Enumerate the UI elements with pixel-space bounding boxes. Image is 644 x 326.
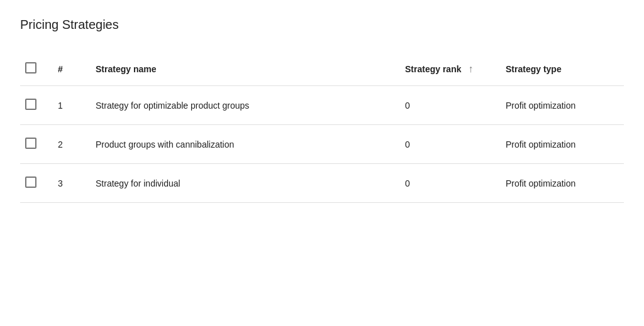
table-row: 3 Strategy for individual 0 Profit optim… (20, 164, 624, 203)
row-rank: 0 (397, 164, 498, 203)
row-checkbox-3[interactable] (25, 177, 36, 188)
row-check-cell (20, 86, 50, 125)
sort-up-icon[interactable]: ↑ (465, 63, 476, 75)
table-wrapper: # Strategy name Strategy rank ↑ Strategy… (20, 52, 624, 203)
row-strategy-type: Profit optimization (498, 86, 624, 125)
page-title: Pricing Strategies (20, 18, 624, 32)
row-rank: 0 (397, 86, 498, 125)
table-row: 2 Product groups with cannibalization 0 … (20, 125, 624, 164)
row-rank: 0 (397, 125, 498, 164)
row-checkbox-2[interactable] (25, 138, 36, 149)
row-check-cell (20, 125, 50, 164)
row-strategy-type: Profit optimization (498, 125, 624, 164)
header-number: # (50, 52, 88, 86)
strategies-table: # Strategy name Strategy rank ↑ Strategy… (20, 52, 624, 203)
row-number: 1 (50, 86, 88, 125)
row-number: 3 (50, 164, 88, 203)
header-check (20, 52, 50, 86)
header-checkbox-wrapper[interactable] (25, 62, 36, 73)
table-header-row: # Strategy name Strategy rank ↑ Strategy… (20, 52, 624, 86)
table-body: 1 Strategy for optimizable product group… (20, 86, 624, 203)
header-rank[interactable]: Strategy rank ↑ (397, 52, 498, 86)
row-checkbox-wrapper[interactable] (25, 138, 36, 149)
row-strategy-name: Product groups with cannibalization (88, 125, 397, 164)
header-type: Strategy type (498, 52, 624, 86)
row-checkbox-1[interactable] (25, 99, 36, 110)
row-checkbox-wrapper[interactable] (25, 99, 36, 110)
page-container: Pricing Strategies # Strategy name Strat… (0, 0, 644, 220)
header-checkbox[interactable] (25, 62, 36, 73)
row-check-cell (20, 164, 50, 203)
row-number: 2 (50, 125, 88, 164)
row-strategy-name: Strategy for individual (88, 164, 397, 203)
row-checkbox-wrapper[interactable] (25, 177, 36, 188)
rank-label: Strategy rank (405, 64, 461, 74)
row-strategy-type: Profit optimization (498, 164, 624, 203)
table-row: 1 Strategy for optimizable product group… (20, 86, 624, 125)
row-strategy-name: Strategy for optimizable product groups (88, 86, 397, 125)
header-name: Strategy name (88, 52, 397, 86)
